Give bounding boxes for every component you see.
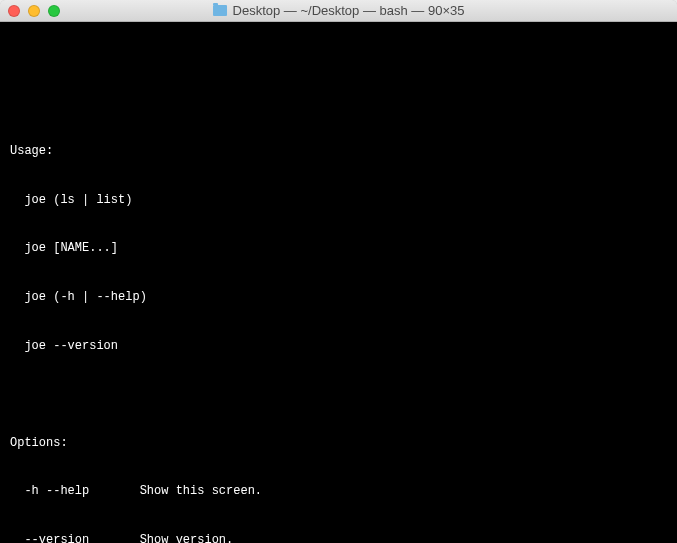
usage-block: Usage: joe (ls | list) joe [NAME...] joe… [10,111,667,543]
window-title: Desktop — ~/Desktop — bash — 90×35 [233,3,465,18]
maximize-icon[interactable] [48,5,60,17]
folder-icon [213,5,227,16]
usage-header: Usage: [10,143,667,159]
usage-line: joe (ls | list) [10,192,667,208]
window-title-area: Desktop — ~/Desktop — bash — 90×35 [213,3,465,18]
terminal-content[interactable]: Usage: joe (ls | list) joe [NAME...] joe… [0,22,677,543]
option-line: -h --help Show this screen. [10,483,667,499]
usage-line: joe [NAME...] [10,240,667,256]
usage-line: joe --version [10,338,667,354]
traffic-lights [8,5,60,17]
minimize-icon[interactable] [28,5,40,17]
close-icon[interactable] [8,5,20,17]
option-line: --version Show version. [10,532,667,543]
titlebar[interactable]: Desktop — ~/Desktop — bash — 90×35 [0,0,677,22]
terminal-window: Desktop — ~/Desktop — bash — 90×35 Usage… [0,0,677,543]
options-header: Options: [10,435,667,451]
usage-line: joe (-h | --help) [10,289,667,305]
